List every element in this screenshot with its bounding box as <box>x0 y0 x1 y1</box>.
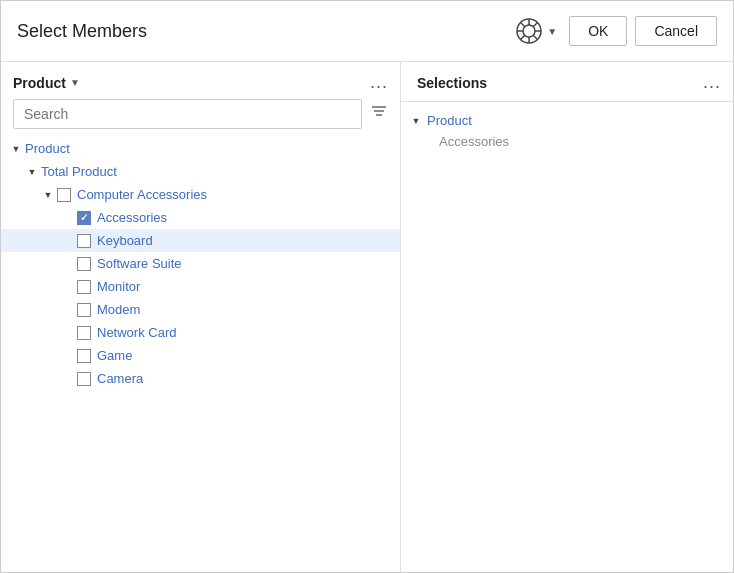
cancel-button[interactable]: Cancel <box>635 16 717 46</box>
tree-item-product[interactable]: Product <box>1 137 400 160</box>
label-total_product: Total Product <box>41 164 117 179</box>
checkbox-camera[interactable] <box>77 372 91 386</box>
dialog-body: Product ▼ ... ProductTotal ProductComput <box>1 62 733 572</box>
select-members-dialog: Select Members ▼ OK Cancel <box>0 0 734 573</box>
right-panel-header: Selections ... <box>401 62 733 102</box>
left-panel-header: Product ▼ ... <box>1 62 400 99</box>
sel-expand-product <box>409 114 423 128</box>
tree-item-network_card[interactable]: Network Card <box>1 321 400 344</box>
selection-accessories: Accessories <box>409 131 733 152</box>
label-game: Game <box>97 348 132 363</box>
dialog-header: Select Members ▼ OK Cancel <box>1 1 733 62</box>
checkbox-monitor[interactable] <box>77 280 91 294</box>
left-panel-title: Product ▼ <box>13 75 370 91</box>
checkbox-network_card[interactable] <box>77 326 91 340</box>
tree-container: ProductTotal ProductComputer Accessories… <box>1 137 400 572</box>
checkbox-keyboard[interactable] <box>77 234 91 248</box>
tree-item-monitor[interactable]: Monitor <box>1 275 400 298</box>
header-actions: ▼ OK Cancel <box>511 13 717 49</box>
label-camera: Camera <box>97 371 143 386</box>
svg-line-6 <box>521 23 525 27</box>
filter-icon[interactable] <box>370 103 388 125</box>
tree-item-modem[interactable]: Modem <box>1 298 400 321</box>
selections-tree: ProductAccessories <box>401 102 733 152</box>
svg-line-8 <box>533 23 537 27</box>
checkbox-software_suite[interactable] <box>77 257 91 271</box>
selection-product: Product <box>409 110 733 131</box>
label-monitor: Monitor <box>97 279 140 294</box>
dialog-title: Select Members <box>17 21 511 42</box>
expand-arrow-product <box>9 142 23 156</box>
help-icon <box>515 17 543 45</box>
label-keyboard: Keyboard <box>97 233 153 248</box>
expand-arrow-computer_accessories <box>41 188 55 202</box>
svg-line-7 <box>533 35 537 39</box>
label-computer_accessories: Computer Accessories <box>77 187 207 202</box>
right-panel: Selections ... ProductAccessories <box>401 62 733 572</box>
tree-item-software_suite[interactable]: Software Suite <box>1 252 400 275</box>
search-input[interactable] <box>13 99 362 129</box>
checkbox-accessories[interactable] <box>77 211 91 225</box>
checkbox-game[interactable] <box>77 349 91 363</box>
ok-button[interactable]: OK <box>569 16 627 46</box>
label-product: Product <box>25 141 70 156</box>
checkbox-modem[interactable] <box>77 303 91 317</box>
help-dropdown-arrow: ▼ <box>547 26 557 37</box>
product-dropdown-arrow[interactable]: ▼ <box>70 77 80 88</box>
selections-title: Selections <box>417 75 703 91</box>
checkbox-computer_accessories[interactable] <box>57 188 71 202</box>
label-accessories: Accessories <box>97 210 167 225</box>
tree-item-keyboard[interactable]: Keyboard <box>1 229 400 252</box>
tree-item-total_product[interactable]: Total Product <box>1 160 400 183</box>
left-panel-dots-menu[interactable]: ... <box>370 72 388 93</box>
label-network_card: Network Card <box>97 325 176 340</box>
search-row <box>1 99 400 137</box>
tree-item-camera[interactable]: Camera <box>1 367 400 390</box>
help-icon-button[interactable]: ▼ <box>511 13 561 49</box>
expand-arrow-total_product <box>25 165 39 179</box>
left-panel: Product ▼ ... ProductTotal ProductComput <box>1 62 401 572</box>
svg-line-9 <box>521 35 525 39</box>
right-panel-dots-menu[interactable]: ... <box>703 72 721 93</box>
label-modem: Modem <box>97 302 140 317</box>
label-software_suite: Software Suite <box>97 256 182 271</box>
sel-label-accessories: Accessories <box>409 134 509 149</box>
sel-label-product: Product <box>427 113 472 128</box>
tree-item-game[interactable]: Game <box>1 344 400 367</box>
tree-item-computer_accessories[interactable]: Computer Accessories <box>1 183 400 206</box>
tree-item-accessories[interactable]: Accessories <box>1 206 400 229</box>
